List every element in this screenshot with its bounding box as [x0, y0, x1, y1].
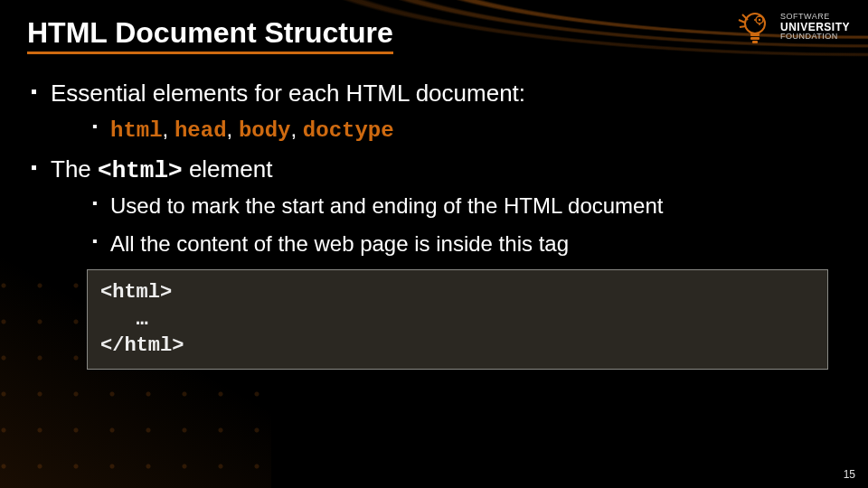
sep: , [291, 117, 303, 141]
svg-point-2 [759, 19, 760, 21]
bullet-1-text: Essential elements for each HTML documen… [51, 80, 525, 107]
bullet-2-sub-2: All the content of the web page is insid… [92, 231, 841, 257]
bullet-1-sub-1: html, head, body, doctype [92, 117, 841, 143]
bullet-2-sub: Used to mark the start and ending of the… [51, 193, 841, 257]
svg-rect-8 [750, 37, 760, 40]
logo-text: SOFTWARE UNIVERSITY FOUNDATION [780, 13, 850, 41]
kw-body: body [239, 118, 291, 143]
svg-rect-9 [752, 41, 758, 43]
lightbulb-gear-icon [735, 7, 775, 47]
slide: SOFTWARE UNIVERSITY FOUNDATION HTML Docu… [0, 0, 868, 488]
sep: , [227, 117, 239, 141]
code-block: <html> … </html> [87, 269, 828, 370]
logo-line3: FOUNDATION [780, 33, 850, 41]
sep: , [163, 117, 175, 141]
logo: SOFTWARE UNIVERSITY FOUNDATION [735, 7, 850, 47]
bullet-2: The <html> element Used to mark the star… [31, 155, 841, 257]
bullet-1: Essential elements for each HTML documen… [31, 80, 841, 143]
bullet-2-post: element [183, 155, 273, 183]
svg-rect-7 [750, 33, 760, 36]
kw-html-element: <html> [98, 157, 183, 184]
kw-html: html [110, 118, 163, 143]
slide-title: HTML Document Structure [27, 16, 393, 54]
bullet-1-sub: html, head, body, doctype [51, 117, 841, 143]
bullet-list: Essential elements for each HTML documen… [27, 80, 841, 257]
bullet-2-pre: The [51, 155, 98, 183]
kw-head: head [175, 118, 227, 143]
page-number: 15 [844, 468, 855, 481]
bullet-2-sub-1: Used to mark the start and ending of the… [92, 193, 841, 219]
kw-doctype: doctype [303, 118, 394, 143]
